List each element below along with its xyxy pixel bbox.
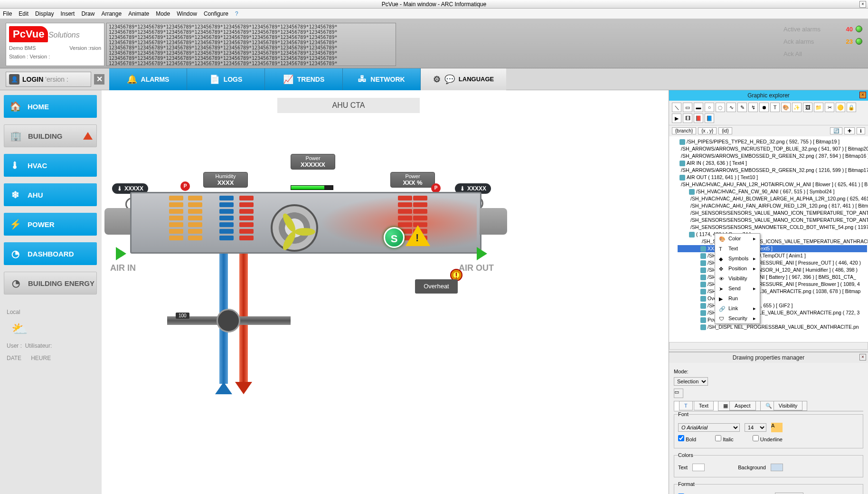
ctx-security[interactable]: 🛡Security▸: [715, 314, 760, 323]
brush-tool-icon[interactable]: ✎: [737, 103, 747, 112]
menu-arrange[interactable]: Arrange: [101, 10, 122, 17]
text-color-swatch[interactable]: [692, 464, 705, 471]
ge-tab-id[interactable]: {id}: [718, 127, 732, 134]
ctx-color[interactable]: 🎨Color▸: [715, 234, 760, 244]
tree-row[interactable]: /SH_DISPL NEL_SIMPLE_VALUE_BOX_ANTHRACIT…: [678, 309, 867, 316]
window-close-button[interactable]: ×: [859, 1, 866, 8]
ctx-position[interactable]: ✥Position▸: [715, 264, 760, 274]
tree-row[interactable]: /SH_ARROWS/ARROWS_INCRUSTED_TOP_BLUE_32.…: [678, 145, 867, 152]
sidebar-item-building[interactable]: 🏢BUILDING: [4, 124, 97, 147]
sidebar-item-hvac[interactable]: 🌡HVAC: [4, 154, 97, 177]
tree-row[interactable]: /SH_DISPL NEL_PROGRESSBAR_VALUE_BOX_ANTH…: [678, 323, 867, 331]
text-tool-icon[interactable]: T: [770, 103, 780, 112]
tree-row[interactable]: /SH_HVAC IFIER1_SENSOR_H_120_ANI [ Humid…: [678, 266, 867, 274]
ge-info-icon[interactable]: ℹ: [857, 127, 865, 134]
menu-insert[interactable]: Insert: [60, 10, 75, 17]
tree-row[interactable]: /SH_SENSORS/SENSORS_VALUE_MANO_ICON_TEMP…: [678, 209, 867, 217]
pdf-icon[interactable]: 📕: [694, 114, 703, 123]
login-close-button[interactable]: ✕: [94, 74, 104, 85]
menu-edit[interactable]: Edit: [19, 10, 28, 17]
ge-tab-branch[interactable]: {branch}: [672, 127, 696, 134]
rect-tool-icon[interactable]: ▭: [683, 103, 692, 112]
menu-configure[interactable]: Configure: [204, 10, 228, 17]
menu-window[interactable]: Window: [177, 10, 197, 17]
circle-tool-icon[interactable]: ○: [705, 103, 714, 112]
tree-row[interactable]: /SH_DISPL m.gif ( 1156, 655 ) [ GIF2 ]: [678, 302, 867, 309]
menu-file[interactable]: File: [3, 10, 12, 17]
path-tool-icon[interactable]: ↯: [748, 103, 758, 112]
ge-tree[interactable]: 🎨Color▸ TText ◆Symbols▸ ✥Position▸ 👁Visi…: [669, 136, 868, 342]
tab-alarms[interactable]: 🔔ALARMS: [109, 68, 187, 90]
sidebar-item-building-energy[interactable]: ◔BUILDING ENERGY: [4, 272, 97, 294]
tab-network[interactable]: 🖧NETWORK: [343, 68, 421, 90]
tree-row[interactable]: /SH_HVAC RY_HOT_ANI [ Battery ] ( 967, 3…: [678, 274, 867, 281]
tree-row[interactable]: AIR OUT ( 1182, 641 ) [ Text10 ]: [678, 174, 867, 181]
tree-row[interactable]: /SH_SENSO _ICON_PRESSURE_ANI [ Pressure_…: [678, 259, 867, 266]
close-icon[interactable]: ×: [859, 92, 866, 98]
shape-tool-icon[interactable]: ＼: [672, 103, 681, 112]
font-select[interactable]: O ArialArial: [678, 423, 740, 432]
palette-icon[interactable]: 🎨: [781, 103, 791, 112]
tree-row[interactable]: /SH_SENSO _B01.AHU.TempOUT [ Anim1 ]: [678, 252, 867, 259]
ctx-symbols[interactable]: ◆Symbols▸: [715, 254, 760, 264]
menu-display[interactable]: Display: [35, 10, 54, 17]
tree-row[interactable]: /SH_SENSO _ICON_PRESSURE_ANI [ Pressure_…: [678, 281, 867, 288]
dpm-header[interactable]: Drawing properties manager×: [669, 352, 868, 363]
folder-icon[interactable]: 📁: [814, 103, 823, 112]
sidebar-item-power[interactable]: ⚡POWER: [4, 213, 97, 236]
record-icon[interactable]: ⏺: [759, 103, 769, 112]
font-sample-icon[interactable]: A: [771, 423, 783, 432]
tree-row[interactable]: /SH_ARROWS/ARROWS_EMBOSSED_R_GREEN_32.pn…: [678, 152, 867, 160]
bg-color-swatch[interactable]: [771, 464, 783, 471]
tree-row[interactable]: /SH_HVAC/HVAC_AHU_BLOWER_LARGE_H_ALPHA_L…: [678, 195, 867, 202]
image-icon[interactable]: 🖼: [803, 103, 812, 112]
close-icon[interactable]: ×: [859, 354, 866, 361]
doc-icon[interactable]: 📘: [705, 114, 714, 123]
login-button[interactable]: 👤 LOGIN 'ersion :: [6, 72, 91, 87]
dashed-tool-icon[interactable]: ◌: [716, 103, 725, 112]
ctx-send[interactable]: ➤Send▸: [715, 284, 760, 294]
tab-trends[interactable]: 📈TRENDS: [265, 68, 343, 90]
ctx-link[interactable]: 🔗Link▸: [715, 304, 760, 314]
tree-row[interactable]: /SH_SENSORS/SENSORS_MANOMETER_COLD_BOT_W…: [678, 224, 867, 231]
tree-row[interactable]: Power (: [678, 316, 867, 323]
tree-row[interactable]: XXXXX ( 1206, 431 ) [ Text5 ]: [678, 245, 867, 252]
tree-row[interactable]: /SH_SENSORS/SENSORS_VALUE_MANO_ICON_TEMP…: [678, 217, 867, 224]
tab-aspect[interactable]: ▦ Aspect: [718, 401, 761, 411]
tree-row[interactable]: ( 1174, 428 ) [ Group74 ]: [678, 231, 867, 238]
bold-checkbox[interactable]: [678, 435, 684, 441]
menu-draw[interactable]: Draw: [81, 10, 94, 17]
ge-new-icon[interactable]: ✚: [844, 127, 855, 134]
tab-visibility[interactable]: 🔍 Visibility: [760, 401, 808, 411]
menu-animate[interactable]: Animate: [128, 10, 149, 17]
tab-text[interactable]: T Text: [674, 401, 718, 411]
menu-help-icon[interactable]: ?: [235, 10, 238, 17]
italic-checkbox[interactable]: [715, 435, 721, 441]
select-tool-icon[interactable]: ▭: [674, 389, 683, 398]
font-size-select[interactable]: 14: [745, 423, 766, 432]
tree-row[interactable]: /SH_HVAC/HVAC_AHU_FAN_L2R_HOTAIRFLOW_H_A…: [678, 181, 867, 188]
ctx-visibility[interactable]: 👁Visibility: [715, 274, 760, 284]
tree-row[interactable]: /SH_ARROWS/ARROWS_EMBOSSED_R_GREEN_32.pn…: [678, 167, 867, 174]
tree-row[interactable]: /SH_HVAC/HVAC_FAN_CW_90_ANI ( 667, 515 )…: [678, 188, 867, 195]
sidebar-item-home[interactable]: 🏠HOME: [4, 95, 97, 118]
tree-row[interactable]: Overheat (: [678, 295, 867, 302]
stars-icon[interactable]: ✨: [792, 103, 802, 112]
sidebar-item-ahu[interactable]: ❄AHU: [4, 183, 97, 206]
tree-h-scrollbar[interactable]: [669, 342, 868, 350]
play-icon[interactable]: ▶: [672, 114, 681, 123]
filled-rect-icon[interactable]: ▬: [694, 103, 703, 112]
cut-icon[interactable]: ✂: [825, 103, 834, 112]
menu-mode[interactable]: Mode: [156, 10, 170, 17]
underline-checkbox[interactable]: [753, 435, 759, 441]
ge-tab-xy[interactable]: {x , y}: [698, 127, 717, 134]
curve-tool-icon[interactable]: ∿: [726, 103, 736, 112]
graphic-explorer-header[interactable]: Graphic explorer×: [669, 90, 868, 101]
lock-icon[interactable]: 🔒: [847, 103, 856, 112]
ge-refresh-icon[interactable]: 🔄: [830, 127, 842, 134]
tree-row[interactable]: /SH_HVAC/HVAC_AHU_FAN_AIRFLOW_RED_L2R_12…: [678, 202, 867, 209]
tab-language[interactable]: ⚙💬LANGUAGE: [421, 68, 506, 90]
ctx-run[interactable]: ▶Run: [715, 294, 760, 304]
sidebar-item-dashboard[interactable]: ◔DASHBOARD: [4, 242, 97, 265]
highlight-icon[interactable]: 🟡: [836, 103, 845, 112]
